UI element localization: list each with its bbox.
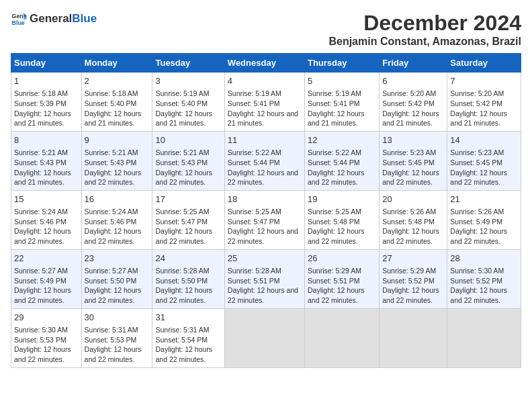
calendar-cell: [304, 308, 379, 367]
calendar-cell: 14Sunrise: 5:23 AMSunset: 5:45 PMDayligh…: [447, 131, 521, 190]
calendar-cell: 13Sunrise: 5:23 AMSunset: 5:45 PMDayligh…: [380, 131, 447, 190]
day-info: Sunrise: 5:23 AMSunset: 5:45 PMDaylight:…: [450, 148, 518, 187]
day-info: Sunrise: 5:31 AMSunset: 5:53 PMDaylight:…: [85, 325, 150, 365]
day-info: Sunrise: 5:21 AMSunset: 5:43 PMDaylight:…: [14, 148, 79, 187]
logo-general-text: General: [30, 12, 72, 25]
day-number: 23: [85, 253, 150, 265]
day-number: 21: [450, 193, 518, 205]
header-thursday: Thursday: [304, 54, 379, 73]
day-info: Sunrise: 5:25 AMSunset: 5:47 PMDaylight:…: [228, 207, 302, 246]
calendar-cell: 12Sunrise: 5:22 AMSunset: 5:44 PMDayligh…: [304, 131, 379, 190]
day-number: 12: [308, 134, 376, 146]
calendar-cell: 8Sunrise: 5:21 AMSunset: 5:43 PMDaylight…: [11, 131, 82, 190]
day-number: 24: [155, 253, 221, 265]
day-number: 4: [228, 75, 302, 87]
day-number: 15: [14, 193, 79, 205]
weekday-header-row: Sunday Monday Tuesday Wednesday Thursday…: [11, 54, 521, 73]
calendar-cell: 9Sunrise: 5:21 AMSunset: 5:43 PMDaylight…: [81, 131, 152, 190]
day-number: 9: [85, 134, 150, 146]
day-info: Sunrise: 5:21 AMSunset: 5:43 PMDaylight:…: [85, 148, 150, 187]
day-info: Sunrise: 5:27 AMSunset: 5:49 PMDaylight:…: [14, 266, 79, 306]
calendar-cell: 3Sunrise: 5:19 AMSunset: 5:40 PMDaylight…: [152, 73, 224, 132]
day-info: Sunrise: 5:28 AMSunset: 5:51 PMDaylight:…: [228, 266, 302, 306]
calendar-cell: 16Sunrise: 5:24 AMSunset: 5:46 PMDayligh…: [81, 190, 152, 249]
calendar-week-row: 22Sunrise: 5:27 AMSunset: 5:49 PMDayligh…: [11, 249, 521, 308]
calendar-cell: 18Sunrise: 5:25 AMSunset: 5:47 PMDayligh…: [224, 190, 304, 249]
day-number: 30: [85, 312, 150, 324]
page-title: December 2024: [328, 11, 521, 36]
day-info: Sunrise: 5:19 AMSunset: 5:41 PMDaylight:…: [228, 89, 302, 128]
day-info: Sunrise: 5:25 AMSunset: 5:47 PMDaylight:…: [155, 207, 221, 246]
calendar-cell: 10Sunrise: 5:21 AMSunset: 5:43 PMDayligh…: [152, 131, 224, 190]
calendar-week-row: 15Sunrise: 5:24 AMSunset: 5:46 PMDayligh…: [11, 190, 521, 249]
day-info: Sunrise: 5:22 AMSunset: 5:44 PMDaylight:…: [308, 148, 376, 187]
calendar-cell: 2Sunrise: 5:18 AMSunset: 5:40 PMDaylight…: [81, 73, 152, 132]
day-number: 14: [450, 134, 518, 146]
calendar-cell: 17Sunrise: 5:25 AMSunset: 5:47 PMDayligh…: [152, 190, 224, 249]
calendar-cell: 15Sunrise: 5:24 AMSunset: 5:46 PMDayligh…: [11, 190, 82, 249]
header-monday: Monday: [81, 54, 152, 73]
day-info: Sunrise: 5:26 AMSunset: 5:49 PMDaylight:…: [450, 207, 518, 246]
day-info: Sunrise: 5:18 AMSunset: 5:39 PMDaylight:…: [14, 89, 79, 128]
day-info: Sunrise: 5:31 AMSunset: 5:54 PMDaylight:…: [155, 325, 221, 365]
day-number: 31: [155, 312, 221, 324]
day-number: 13: [382, 134, 444, 146]
calendar-table: Sunday Monday Tuesday Wednesday Thursday…: [11, 53, 521, 368]
calendar-cell: 25Sunrise: 5:28 AMSunset: 5:51 PMDayligh…: [224, 249, 304, 308]
day-info: Sunrise: 5:25 AMSunset: 5:48 PMDaylight:…: [308, 207, 376, 246]
title-area: December 2024 Benjamin Constant, Amazona…: [328, 11, 521, 48]
calendar-cell: 7Sunrise: 5:20 AMSunset: 5:42 PMDaylight…: [447, 73, 521, 132]
day-info: Sunrise: 5:23 AMSunset: 5:45 PMDaylight:…: [382, 148, 444, 187]
calendar-cell: 6Sunrise: 5:20 AMSunset: 5:42 PMDaylight…: [380, 73, 447, 132]
calendar-cell: 19Sunrise: 5:25 AMSunset: 5:48 PMDayligh…: [304, 190, 379, 249]
calendar-cell: 29Sunrise: 5:30 AMSunset: 5:53 PMDayligh…: [11, 308, 82, 367]
calendar-cell: [447, 308, 521, 367]
day-info: Sunrise: 5:18 AMSunset: 5:40 PMDaylight:…: [85, 89, 150, 128]
logo-icon: General Blue: [11, 11, 27, 27]
calendar-cell: 5Sunrise: 5:19 AMSunset: 5:41 PMDaylight…: [304, 73, 379, 132]
calendar-cell: 23Sunrise: 5:27 AMSunset: 5:50 PMDayligh…: [81, 249, 152, 308]
logo-blue-text: Blue: [72, 12, 97, 25]
calendar-cell: 1Sunrise: 5:18 AMSunset: 5:39 PMDaylight…: [11, 73, 82, 132]
day-info: Sunrise: 5:24 AMSunset: 5:46 PMDaylight:…: [14, 207, 79, 246]
day-info: Sunrise: 5:19 AMSunset: 5:41 PMDaylight:…: [308, 89, 376, 128]
calendar-cell: 28Sunrise: 5:30 AMSunset: 5:52 PMDayligh…: [447, 249, 521, 308]
day-number: 29: [14, 312, 79, 324]
day-number: 3: [155, 75, 221, 87]
day-number: 8: [14, 134, 79, 146]
day-info: Sunrise: 5:20 AMSunset: 5:42 PMDaylight:…: [382, 89, 444, 128]
day-number: 17: [155, 193, 221, 205]
logo: General Blue GeneralBlue: [11, 11, 97, 27]
day-number: 10: [155, 134, 221, 146]
calendar-cell: 31Sunrise: 5:31 AMSunset: 5:54 PMDayligh…: [152, 308, 224, 367]
calendar-cell: 20Sunrise: 5:26 AMSunset: 5:48 PMDayligh…: [380, 190, 447, 249]
day-info: Sunrise: 5:27 AMSunset: 5:50 PMDaylight:…: [85, 266, 150, 306]
calendar-cell: 30Sunrise: 5:31 AMSunset: 5:53 PMDayligh…: [81, 308, 152, 367]
day-info: Sunrise: 5:24 AMSunset: 5:46 PMDaylight:…: [85, 207, 150, 246]
calendar-cell: [224, 308, 304, 367]
calendar-week-row: 8Sunrise: 5:21 AMSunset: 5:43 PMDaylight…: [11, 131, 521, 190]
day-number: 28: [450, 253, 518, 265]
calendar-cell: 4Sunrise: 5:19 AMSunset: 5:41 PMDaylight…: [224, 73, 304, 132]
day-number: 5: [308, 75, 376, 87]
header-friday: Friday: [380, 54, 447, 73]
day-info: Sunrise: 5:21 AMSunset: 5:43 PMDaylight:…: [155, 148, 221, 187]
calendar-cell: 21Sunrise: 5:26 AMSunset: 5:49 PMDayligh…: [447, 190, 521, 249]
calendar-cell: 22Sunrise: 5:27 AMSunset: 5:49 PMDayligh…: [11, 249, 82, 308]
header-saturday: Saturday: [447, 54, 521, 73]
day-number: 6: [382, 75, 444, 87]
svg-text:Blue: Blue: [12, 19, 25, 26]
day-number: 20: [382, 193, 444, 205]
day-info: Sunrise: 5:30 AMSunset: 5:52 PMDaylight:…: [450, 266, 518, 306]
calendar-week-row: 29Sunrise: 5:30 AMSunset: 5:53 PMDayligh…: [11, 308, 521, 367]
day-number: 26: [308, 253, 376, 265]
day-info: Sunrise: 5:26 AMSunset: 5:48 PMDaylight:…: [382, 207, 444, 246]
day-number: 2: [85, 75, 150, 87]
day-number: 22: [14, 253, 79, 265]
header-wednesday: Wednesday: [224, 54, 304, 73]
day-number: 25: [228, 253, 302, 265]
calendar-cell: 27Sunrise: 5:29 AMSunset: 5:52 PMDayligh…: [380, 249, 447, 308]
day-number: 16: [85, 193, 150, 205]
calendar-cell: 11Sunrise: 5:22 AMSunset: 5:44 PMDayligh…: [224, 131, 304, 190]
day-info: Sunrise: 5:29 AMSunset: 5:51 PMDaylight:…: [308, 266, 376, 306]
